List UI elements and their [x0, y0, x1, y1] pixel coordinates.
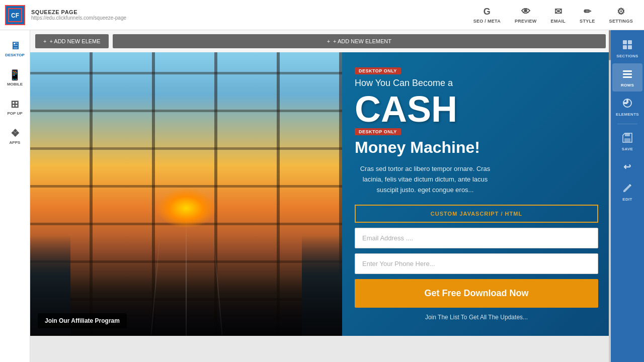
svg-rect-12	[623, 102, 627, 104]
sidebar-item-popup[interactable]: ⊞ POP UP	[2, 93, 28, 120]
add-element-bars: + + ADD NEW ELEME + + ADD NEW ELEMENT	[30, 30, 611, 52]
sidebar-item-save[interactable]: SAVE	[612, 127, 642, 155]
undo-icon: ↩	[623, 161, 631, 172]
toolbar-actions: G SEO / META 👁 PREVIEW ✉ EMAIL ✏ STYLE ⚙…	[467, 3, 639, 27]
hero-section: Join Our Affiliate Program DESKTOP ONLY …	[30, 52, 611, 336]
edit-icon	[622, 183, 633, 196]
add-element-btn-2[interactable]: + + ADD NEW ELEMENT	[113, 34, 606, 48]
email-label: EMAIL	[551, 19, 566, 24]
hero-subtitle: How You Can Become a	[355, 77, 598, 89]
phone-input[interactable]	[355, 253, 598, 274]
rows-label: ROWS	[621, 83, 634, 87]
svg-rect-14	[624, 138, 630, 142]
seo-meta-button[interactable]: G SEO / META	[467, 4, 507, 27]
hero-title: CASH	[355, 91, 598, 127]
right-sidebar: SECTIONS ROWS ELEMENTS	[611, 30, 644, 362]
sidebar-item-rows[interactable]: ROWS	[612, 63, 642, 92]
sidebar-item-mobile[interactable]: 📱 MOBILE	[2, 64, 28, 90]
custom-js-button[interactable]: CUSTOM JAVASCRIPT / HTML	[355, 205, 598, 223]
hero-list-text: Join The List To Get All The Updates...	[355, 314, 598, 321]
svg-rect-7	[623, 70, 632, 72]
preview-icon: 👁	[521, 7, 530, 17]
elements-icon	[622, 98, 633, 111]
style-button[interactable]: ✏ STYLE	[574, 3, 601, 27]
style-icon: ✏	[584, 6, 591, 17]
svg-rect-4	[628, 40, 632, 44]
desktop-icon: 🖥	[10, 40, 20, 52]
affiliate-banner-label: Join Our Affiliate Program	[45, 317, 120, 324]
svg-rect-8	[623, 73, 632, 75]
seo-meta-label: SEO / META	[473, 19, 501, 24]
hero-image	[30, 52, 342, 336]
hero-title-sub: Money Machine!	[355, 138, 598, 157]
main-content: + + ADD NEW ELEME + + ADD NEW ELEMENT	[30, 30, 611, 362]
popup-label: POP UP	[7, 111, 22, 116]
email-button[interactable]: ✉ EMAIL	[545, 3, 572, 27]
sidebar-divider	[617, 124, 637, 124]
settings-label: SETTINGS	[609, 19, 633, 24]
email-input[interactable]	[355, 228, 598, 248]
add-icon-1: +	[43, 38, 46, 44]
apps-icon: ❖	[11, 127, 20, 139]
desktop-label: DESKTOP	[5, 53, 25, 57]
add-icon-2: +	[327, 38, 330, 44]
add-element-label-2: + ADD NEW ELEMENT	[333, 38, 391, 44]
sidebar-item-sections[interactable]: SECTIONS	[612, 34, 642, 62]
mobile-icon: 📱	[9, 69, 21, 81]
preview-label: PREVIEW	[515, 19, 537, 24]
add-element-btn-1[interactable]: + + ADD NEW ELEME	[35, 34, 109, 48]
desktop-only-badge-1: DESKTOP ONLY	[355, 67, 401, 74]
page-title: SQUEEZE PAGE	[31, 9, 467, 15]
sections-label: SECTIONS	[616, 54, 638, 58]
svg-rect-3	[623, 40, 627, 44]
rows-icon	[622, 68, 633, 82]
sections-icon	[622, 39, 633, 53]
seo-icon: G	[484, 7, 491, 17]
edit-label: EDIT	[622, 197, 632, 202]
settings-button[interactable]: ⚙ SETTINGS	[603, 3, 639, 27]
svg-rect-5	[623, 45, 627, 49]
svg-rect-13	[625, 133, 630, 136]
hero-description: Cras sed tortor ac libero tempor ornare.…	[355, 164, 496, 195]
settings-icon: ⚙	[617, 6, 625, 17]
sidebar-item-undo[interactable]: ↩	[612, 156, 642, 176]
cta-button[interactable]: Get Free Download Now	[355, 279, 598, 308]
popup-icon: ⊞	[11, 98, 19, 110]
desktop-only-badge-2: DESKTOP ONLY	[355, 128, 401, 135]
page-info: SQUEEZE PAGE https://edu.clickfunnels.co…	[31, 9, 467, 21]
affiliate-banner: Join Our Affiliate Program	[38, 313, 127, 328]
svg-text:CF: CF	[11, 12, 19, 19]
sidebar-item-elements[interactable]: ELEMENTS	[612, 93, 642, 121]
apps-label: APPS	[10, 140, 21, 145]
sidebar-item-desktop[interactable]: 🖥 DESKTOP	[2, 35, 28, 61]
page-url: https://edu.clickfunnels.com/squeeze-pag…	[31, 15, 467, 21]
left-sidebar: 🖥 DESKTOP 📱 MOBILE ⊞ POP UP ❖ APPS	[0, 30, 30, 362]
sidebar-item-edit[interactable]: EDIT	[612, 177, 642, 206]
email-icon: ✉	[554, 6, 562, 17]
hero-image-side: Join Our Affiliate Program	[30, 52, 342, 336]
mobile-label: MOBILE	[7, 82, 23, 86]
elements-label: ELEMENTS	[616, 112, 639, 117]
hero-content-side: DESKTOP ONLY How You Can Become a CASH D…	[342, 52, 611, 336]
preview-button[interactable]: 👁 PREVIEW	[509, 4, 543, 27]
add-element-label-1: + ADD NEW ELEME	[49, 38, 100, 44]
svg-rect-6	[628, 45, 632, 49]
top-toolbar: CF SQUEEZE PAGE https://edu.clickfunnels…	[0, 0, 644, 30]
svg-rect-9	[623, 76, 632, 78]
style-label: STYLE	[580, 19, 595, 24]
save-icon	[622, 132, 633, 146]
sidebar-item-apps[interactable]: ❖ APPS	[2, 122, 28, 149]
save-label: SAVE	[622, 147, 633, 151]
logo: CF	[5, 5, 25, 25]
